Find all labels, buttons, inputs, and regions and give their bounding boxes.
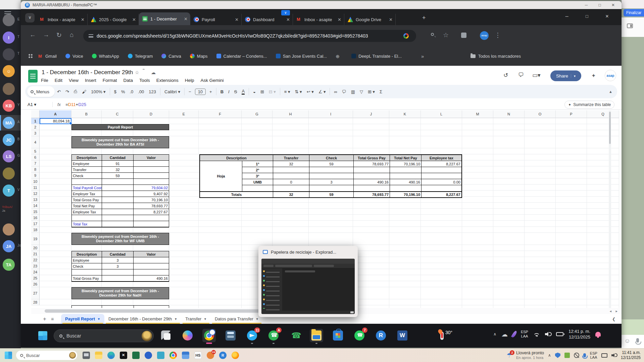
cell[interactable]: 3 — [102, 257, 134, 263]
cell[interactable]: 8,227.67 — [134, 209, 169, 215]
bookmark-item[interactable]: Calendar – Condens... — [216, 54, 267, 59]
notifications-icon[interactable] — [595, 332, 601, 337]
cell[interactable] — [309, 167, 354, 173]
cell[interactable] — [422, 173, 461, 179]
cell[interactable]: Employer Tax — [72, 191, 102, 197]
cell[interactable] — [134, 269, 169, 275]
collapse-tabs-icon[interactable]: ❮ — [612, 317, 615, 321]
host-clock[interactable]: 11:41 a.m.12/11/2025 — [621, 350, 641, 360]
cell[interactable]: 8,227.67 — [422, 161, 461, 167]
table-row[interactable]: Employee 91 — [72, 161, 169, 167]
cell[interactable] — [102, 197, 134, 203]
chat-avatar[interactable]: T — [3, 48, 15, 60]
row-header[interactable]: 11 — [31, 185, 40, 191]
cell[interactable] — [273, 167, 309, 173]
taskbar-icon[interactable]: 11 — [245, 329, 259, 342]
row-header[interactable]: 1 — [31, 118, 40, 124]
bookmark-item[interactable]: San Jose Events Cal... — [276, 54, 327, 59]
formula-text[interactable]: =D11+D25 — [65, 102, 86, 107]
cell[interactable]: 59 — [309, 161, 354, 167]
share-dropdown-icon[interactable]: ▾ — [571, 74, 576, 78]
insert-comment-icon[interactable]: 🗩 — [342, 89, 346, 94]
cell[interactable] — [72, 215, 102, 221]
cell[interactable]: Cantidad — [102, 251, 134, 257]
biweekly-banner-nath[interactable]: Biweekly payment cut from December 16th … — [71, 287, 169, 299]
column-header[interactable]: P — [556, 110, 587, 118]
chat-avatar[interactable]: T V — [3, 185, 15, 197]
tray-expand-icon[interactable]: ∧ — [548, 353, 551, 358]
all-bookmarks-button[interactable]: Todos los marcadores — [470, 54, 521, 59]
cell[interactable] — [134, 167, 169, 173]
sheet-tab-menu-icon[interactable]: ▼ — [97, 317, 100, 321]
cell[interactable]: Total Payroll Cost — [72, 185, 102, 191]
collapse-toolbar-icon[interactable]: ▲ — [609, 90, 612, 94]
sheet-tab[interactable]: Datos para Transfer ▼ — [211, 314, 263, 324]
table-row[interactable]: Employer Tax 9,407.92 — [72, 191, 169, 197]
row-header[interactable]: 23 — [31, 263, 40, 269]
host-taskbar-icon[interactable]: HS — [194, 352, 202, 359]
italic-button[interactable]: I — [228, 89, 230, 94]
table-row[interactable]: Total Gross Pay 490.16 — [72, 275, 169, 281]
chrome-tab[interactable]: Google Drive ✕ — [344, 14, 396, 25]
cell[interactable] — [273, 173, 309, 179]
host-taskbar-icon[interactable] — [120, 352, 127, 359]
menu-item[interactable]: Format — [103, 78, 117, 83]
taskbar-search[interactable]: Buscar — [54, 329, 154, 342]
row-header[interactable]: 26 — [31, 281, 40, 287]
row-header[interactable]: 8 — [31, 166, 40, 172]
row-header[interactable]: 13 — [31, 197, 40, 203]
row-header[interactable]: 2 — [31, 124, 40, 130]
cell[interactable] — [134, 257, 169, 263]
tab-close-icon[interactable]: ✕ — [81, 17, 85, 22]
cell[interactable]: 2° — [242, 167, 273, 173]
taskbar-icon[interactable]: 7 — [353, 329, 366, 342]
column-header[interactable]: M — [462, 110, 493, 118]
table-row[interactable]: Check 3 — [72, 263, 169, 269]
column-header[interactable]: H — [273, 110, 309, 118]
cell[interactable]: Total Tax — [72, 221, 102, 227]
chat-avatar[interactable]: JC B — [3, 134, 15, 146]
name-box[interactable]: A1 ▾ — [21, 102, 46, 107]
row-header[interactable]: 25 — [31, 275, 40, 281]
cell[interactable] — [242, 185, 273, 191]
volume-icon[interactable] — [545, 332, 551, 337]
cell[interactable] — [390, 185, 422, 191]
table-row[interactable]: Total Tax — [72, 221, 169, 227]
tab-search-icon[interactable]: ∨ — [25, 13, 35, 22]
search-highlight-image[interactable] — [69, 352, 76, 359]
explorer-thumbnail[interactable] — [261, 259, 355, 314]
cell[interactable]: Total Gross Pay — [72, 275, 102, 281]
row-header[interactable]: 27 — [31, 287, 40, 299]
tray-expand-icon[interactable]: ∧ — [493, 332, 496, 337]
move-folder-icon[interactable] — [143, 70, 145, 75]
cell[interactable]: UMB — [242, 179, 273, 185]
row-header[interactable]: 18 — [31, 227, 40, 233]
text-rotation-icon[interactable]: ∠ ▾ — [318, 89, 326, 94]
column-header[interactable]: N — [493, 110, 525, 118]
bookmark-item[interactable]: Telegram — [128, 54, 153, 59]
hoja-cell[interactable]: Hoja — [200, 161, 242, 191]
taskbar-icon[interactable] — [288, 329, 302, 342]
apps-grid-icon[interactable] — [28, 54, 33, 58]
row-header[interactable]: 16 — [31, 215, 40, 221]
host-taskbar-icon[interactable] — [169, 352, 177, 359]
chrome-tab[interactable]: 1 - December ✕ — [139, 12, 190, 25]
column-header[interactable]: E — [169, 110, 199, 118]
column-header[interactable]: C — [102, 110, 133, 118]
microphone-icon[interactable] — [583, 353, 586, 357]
table-row[interactable]: Total Net Pay 78,693.77 — [72, 203, 169, 209]
tab-close-icon[interactable]: ✕ — [132, 17, 136, 22]
column-header[interactable]: G — [242, 110, 273, 118]
chrome-tab[interactable]: Payroll ✕ — [190, 14, 242, 25]
bookmark-item[interactable]: Voice — [65, 54, 83, 59]
bookmark-item[interactable]: WhatsApp — [92, 54, 119, 59]
cell[interactable] — [390, 173, 422, 179]
row-header[interactable]: 28 — [31, 299, 40, 305]
taskbar-icon[interactable] — [224, 329, 237, 342]
cell[interactable] — [273, 185, 309, 191]
host-taskbar-icon[interactable] — [132, 352, 140, 359]
row-header[interactable]: 24 — [31, 269, 40, 275]
cell[interactable] — [309, 185, 354, 191]
column-header[interactable]: I — [309, 110, 353, 118]
cell[interactable]: Check — [72, 173, 102, 179]
